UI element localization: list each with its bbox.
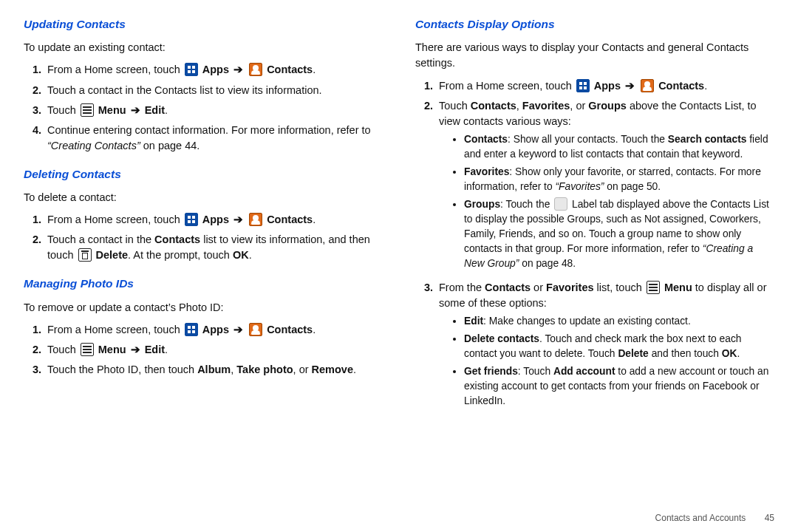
menu-icon (81, 103, 94, 117)
view-bullets: Contacts: Show all your contacts. Touch … (439, 131, 774, 273)
arrow-icon: ➔ (232, 324, 245, 335)
lead-deleting: To delete a contact: (24, 190, 383, 205)
right-column: Contacts Display Options There are vario… (415, 13, 774, 523)
step: Touch a contact in the Contacts list to … (44, 230, 383, 265)
arrow-icon: ➔ (624, 80, 636, 92)
apps-icon (185, 213, 198, 226)
step: Touch Menu ➔ Edit. (44, 340, 383, 360)
step: From a Home screen, touch Apps ➔ Contact… (44, 210, 383, 230)
arrow-icon: ➔ (232, 64, 245, 75)
lead-updating: To update an existing contact: (24, 40, 383, 55)
contacts-icon (641, 79, 654, 92)
step: Touch a contact in the Contacts list to … (44, 81, 383, 100)
step: From a Home screen, touch Apps ➔ Contact… (436, 76, 774, 96)
delete-icon (78, 248, 92, 262)
bullet: Edit: Make changes to update an existing… (464, 313, 774, 330)
heading-updating-contacts: Updating Contacts (24, 16, 383, 33)
step: From a Home screen, touch Apps ➔ Contact… (44, 60, 383, 80)
step: From a Home screen, touch Apps ➔ Contact… (44, 320, 383, 340)
contacts-icon (249, 63, 262, 76)
steps-display: From a Home screen, touch Apps ➔ Contact… (415, 76, 774, 415)
page-footer: Contacts and Accounts 45 (655, 512, 774, 525)
bullet: Get friends: Touch Add account to add a … (464, 363, 774, 410)
lead-display: There are various ways to display your C… (415, 40, 774, 71)
steps-photoids: From a Home screen, touch Apps ➔ Contact… (24, 320, 383, 380)
step: Continue entering contact information. F… (44, 120, 383, 156)
footer-page-number: 45 (765, 512, 774, 525)
footer-section: Contacts and Accounts (655, 513, 746, 523)
left-column: Updating Contacts To update an existing … (24, 13, 383, 523)
heading-photo-ids: Managing Photo IDs (24, 276, 383, 292)
contacts-icon (249, 213, 262, 226)
steps-deleting: From a Home screen, touch Apps ➔ Contact… (24, 210, 383, 265)
steps-updating: From a Home screen, touch Apps ➔ Contact… (24, 60, 383, 155)
step: Touch the Photo ID, then touch Album, Ta… (44, 360, 383, 380)
options-bullets: Edit: Make changes to update an existing… (439, 313, 774, 410)
label-icon (554, 197, 567, 211)
menu-icon (81, 343, 94, 356)
manual-page: Updating Contacts To update an existing … (0, 0, 798, 532)
apps-icon (576, 79, 590, 92)
apps-icon (185, 63, 198, 76)
lead-photoids: To remove or update a contact’s Photo ID… (24, 300, 383, 316)
bullet: Delete contacts. Touch and check mark th… (464, 330, 774, 363)
apps-icon (185, 323, 198, 336)
bullet: Favorites: Show only your favorite, or s… (464, 163, 774, 196)
step: Touch Contacts, Favorites, or Groups abo… (436, 96, 774, 278)
contacts-icon (249, 323, 262, 336)
menu-icon (647, 281, 660, 294)
heading-display-options: Contacts Display Options (415, 16, 774, 33)
arrow-icon: ➔ (232, 214, 245, 225)
bullet: Contacts: Show all your contacts. Touch … (464, 131, 774, 163)
arrow-icon: ➔ (129, 104, 142, 116)
step: From the Contacts or Favorites list, tou… (436, 278, 774, 415)
heading-deleting-contacts: Deleting Contacts (24, 166, 383, 183)
arrow-icon: ➔ (129, 344, 142, 355)
bullet: Groups: Touch the Label tab displayed ab… (464, 196, 774, 273)
step: Touch Menu ➔ Edit. (44, 100, 383, 120)
